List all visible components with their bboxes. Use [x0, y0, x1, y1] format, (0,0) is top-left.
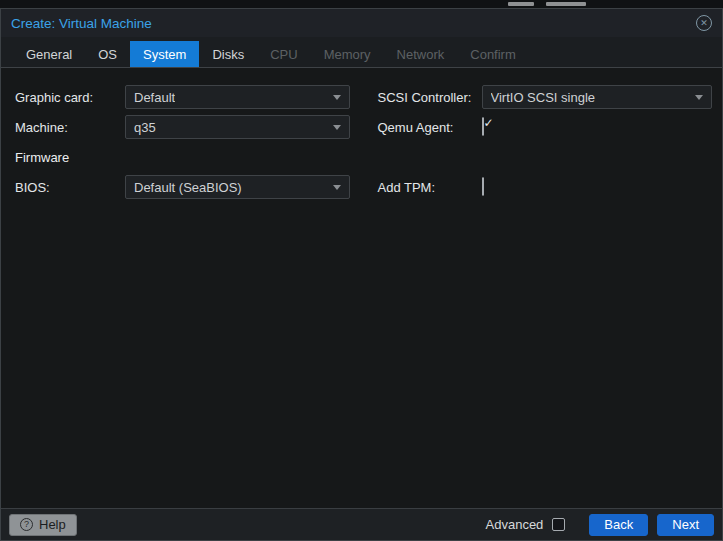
scsi-controller-label: SCSI Controller: [378, 90, 482, 105]
help-button[interactable]: ? Help [9, 514, 77, 536]
form-row: Machine: q35 [15, 112, 350, 142]
form-row-spacer [378, 142, 713, 172]
graphic-card-value: Default [134, 90, 175, 105]
bios-label: BIOS: [15, 180, 125, 195]
tab-disks[interactable]: Disks [199, 41, 257, 67]
machine-select[interactable]: q35 [125, 115, 350, 139]
dialog-footer: ? Help Advanced Back Next [1, 508, 722, 540]
form-row: SCSI Controller: VirtIO SCSI single [378, 82, 713, 112]
form-row: Qemu Agent: [378, 112, 713, 142]
graphic-card-label: Graphic card: [15, 90, 125, 105]
chevron-down-icon [333, 125, 341, 130]
form-row: BIOS: Default (SeaBIOS) [15, 172, 350, 202]
form-row: Add TPM: [378, 172, 713, 202]
tab-network: Network [384, 41, 458, 67]
tab-general[interactable]: General [13, 41, 85, 67]
help-button-label: Help [39, 517, 66, 532]
chevron-down-icon [695, 95, 703, 100]
next-button[interactable]: Next [657, 514, 714, 536]
tab-cpu: CPU [257, 41, 310, 67]
wizard-tabbar: General OS System Disks CPU Memory Netwo… [1, 37, 722, 68]
screen: Create: Virtual Machine ✕ General OS Sys… [0, 0, 723, 541]
dialog-title: Create: Virtual Machine [11, 16, 152, 31]
tab-confirm: Confirm [457, 41, 529, 67]
graphic-card-select[interactable]: Default [125, 85, 350, 109]
qemu-agent-checkbox[interactable] [482, 117, 484, 136]
add-tpm-checkbox[interactable] [482, 177, 484, 196]
background-page [0, 0, 723, 8]
dialog-titlebar: Create: Virtual Machine ✕ [1, 9, 722, 37]
form-panel: Graphic card: Default Machine: q35 Firmw… [1, 68, 722, 508]
form-row: Graphic card: Default [15, 82, 350, 112]
create-vm-dialog: Create: Virtual Machine ✕ General OS Sys… [0, 8, 723, 541]
back-button[interactable]: Back [589, 514, 648, 536]
tab-os[interactable]: OS [85, 41, 130, 67]
form-left-column: Graphic card: Default Machine: q35 Firmw… [15, 82, 350, 202]
chevron-down-icon [333, 185, 341, 190]
background-page-fragment [546, 2, 586, 6]
question-circle-icon: ? [20, 518, 33, 531]
footer-actions: Advanced Back Next [486, 514, 714, 536]
bios-select[interactable]: Default (SeaBIOS) [125, 175, 350, 199]
machine-value: q35 [134, 120, 156, 135]
form-right-column: SCSI Controller: VirtIO SCSI single Qemu… [378, 82, 713, 202]
scsi-controller-value: VirtIO SCSI single [491, 90, 596, 105]
tab-system[interactable]: System [130, 41, 199, 67]
close-icon[interactable]: ✕ [696, 15, 712, 31]
machine-label: Machine: [15, 120, 125, 135]
chevron-down-icon [333, 95, 341, 100]
bios-value: Default (SeaBIOS) [134, 180, 242, 195]
advanced-label: Advanced [486, 517, 544, 532]
background-page-fragment [508, 2, 534, 6]
advanced-checkbox[interactable] [552, 518, 565, 531]
firmware-section-label: Firmware [15, 150, 125, 165]
add-tpm-label: Add TPM: [378, 180, 482, 195]
tab-memory: Memory [311, 41, 384, 67]
qemu-agent-label: Qemu Agent: [378, 120, 482, 135]
scsi-controller-select[interactable]: VirtIO SCSI single [482, 85, 713, 109]
form-row: Firmware [15, 142, 350, 172]
